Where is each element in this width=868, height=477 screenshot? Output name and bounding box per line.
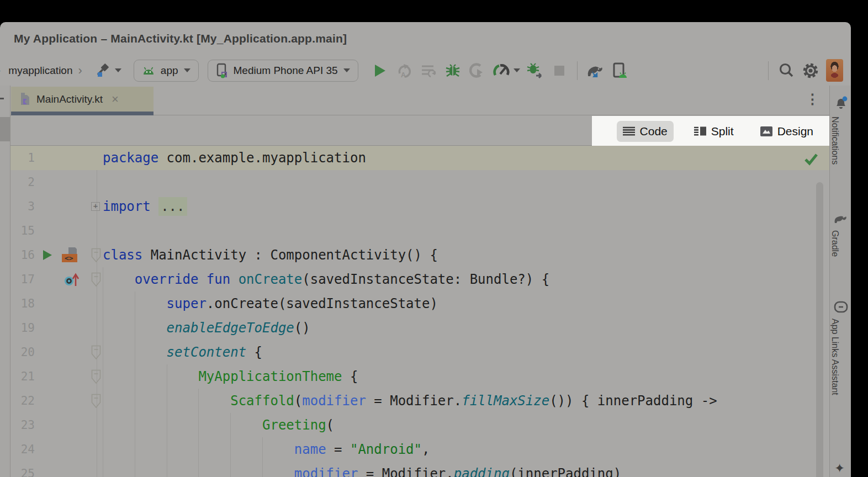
split-view-icon	[694, 126, 706, 136]
tab-active-underline	[11, 112, 154, 115]
mode-button-design[interactable]: Design	[754, 121, 819, 142]
svg-text:<>: <>	[65, 254, 73, 262]
build-hammer-icon[interactable]	[93, 61, 112, 80]
compose-preview-gutter-icon[interactable]: <>	[59, 243, 79, 267]
code-line[interactable]: 15	[10, 219, 829, 243]
fold-collapse-icon[interactable]	[91, 340, 101, 364]
editor-scrollbar[interactable]	[816, 182, 823, 477]
tab-close-icon[interactable]: ×	[112, 93, 119, 105]
code-line[interactable]: 22 Scaffold(modifier = Modifier.fillMaxS…	[10, 389, 829, 413]
code-line[interactable]: 25 modifier = Modifier.padding(innerPadd…	[10, 462, 829, 477]
line-number: 1	[10, 146, 35, 170]
module-selector[interactable]: app	[134, 60, 199, 82]
line-number: 3	[10, 194, 35, 219]
code-text: enableEdgeToEdge()	[103, 316, 310, 340]
stop-button[interactable]	[550, 61, 569, 80]
mode-button-code[interactable]: Code	[617, 121, 674, 142]
device-selector-label: Medium Phone API 35	[234, 65, 338, 77]
code-line[interactable]: 17 override fun onCreate(savedInstanceSt…	[10, 267, 829, 292]
code-view-icon	[623, 126, 635, 136]
left-tool-window-stripe[interactable]	[0, 86, 10, 477]
line-number: 22	[10, 389, 35, 413]
editor-mode-switcher: Code Split	[592, 116, 829, 146]
code-text: modifier = Modifier.padding(innerPadding…	[103, 462, 621, 477]
code-text: override fun onCreate(savedInstanceState…	[103, 267, 549, 292]
fold-collapse-icon[interactable]	[91, 267, 101, 292]
gradle-elephant-icon[interactable]	[834, 213, 848, 227]
line-number: 19	[10, 316, 35, 340]
code-line[interactable]: 1package com.example.myapplication	[10, 146, 829, 170]
toolbar-separator	[768, 61, 769, 80]
line-number: 24	[10, 437, 35, 462]
breadcrumb[interactable]: myapplication	[8, 65, 72, 77]
virtual-device-icon	[216, 63, 228, 78]
breadcrumb-chevron-icon: ›	[0, 63, 1, 78]
user-avatar[interactable]	[826, 59, 843, 82]
module-selector-label: app	[161, 65, 178, 77]
design-view-icon	[760, 126, 772, 136]
line-number: 15	[10, 219, 35, 243]
title-bar: My Application – MainActivity.kt [My_App…	[0, 22, 851, 55]
fold-collapse-icon[interactable]	[91, 364, 101, 389]
code-text: Scaffold(modifier = Modifier.fillMaxSize…	[103, 389, 717, 413]
code-line[interactable]: 18 super.onCreate(savedInstanceState)	[10, 292, 829, 316]
code-text: Greeting(	[103, 413, 334, 437]
breadcrumb-chevron-icon: ›	[78, 63, 82, 78]
mode-label: Split	[711, 125, 734, 138]
code-line[interactable]: 21 MyApplicationTheme {	[10, 364, 829, 389]
stripe-item-icon	[0, 98, 4, 99]
overriding-method-gutter-icon[interactable]	[63, 267, 80, 292]
run-button[interactable]	[371, 61, 389, 80]
screen: My Application – MainActivity.kt [My_App…	[0, 0, 868, 477]
app-links-icon[interactable]	[834, 300, 848, 316]
line-number: 18	[10, 292, 35, 316]
apply-changes-restart-icon[interactable]: A	[395, 61, 414, 80]
stripe-item-app-links-assistant[interactable]: App Links Assistant	[830, 319, 851, 395]
android-robot-icon	[142, 66, 155, 75]
fold-collapse-icon[interactable]	[91, 389, 101, 413]
code-text: name = "Android",	[103, 437, 430, 462]
line-number: 25	[10, 462, 35, 477]
code-line[interactable]: 20 setContent {	[10, 340, 829, 364]
profiler-dropdown-caret[interactable]	[514, 68, 520, 72]
code-line[interactable]: 19 enableEdgeToEdge()	[10, 316, 829, 340]
debug-button[interactable]	[443, 61, 462, 80]
code-line[interactable]: 24 name = "Android",	[10, 437, 829, 462]
line-number: 16	[10, 243, 35, 267]
profiler-gauge-icon[interactable]	[492, 61, 511, 80]
android-studio-window: My Application – MainActivity.kt [My_App…	[0, 22, 851, 477]
code-text: setContent {	[103, 340, 262, 364]
mode-button-split[interactable]: Split	[688, 121, 740, 142]
stripe-item-gradle[interactable]: Gradle	[830, 230, 851, 257]
fold-collapse-icon[interactable]	[91, 243, 101, 267]
apply-code-changes-icon[interactable]	[419, 61, 438, 80]
fold-expand-icon[interactable]: +	[91, 194, 100, 219]
code-line[interactable]: +3import ...	[10, 194, 829, 219]
right-tool-window-stripe: Notifications Gradle App Links Assistant	[829, 86, 851, 477]
profile-button[interactable]	[468, 61, 486, 80]
attach-debugger-icon[interactable]	[526, 61, 544, 80]
tab-mainactivity[interactable]: MainActivity.kt ×	[11, 87, 154, 112]
code-line[interactable]: 2	[10, 170, 829, 194]
device-selector[interactable]: Medium Phone API 35	[208, 60, 358, 82]
code-line[interactable]: 23 Greeting(	[10, 413, 829, 437]
bell-icon[interactable]	[834, 96, 848, 112]
inspection-ok-check-icon[interactable]	[804, 152, 818, 168]
line-number: 2	[10, 170, 35, 194]
settings-gear-icon[interactable]	[801, 61, 820, 80]
tab-options-kebab-icon[interactable]: ⋮	[806, 91, 819, 107]
stripe-item-notifications[interactable]: Notifications	[830, 116, 851, 165]
sync-gradle-icon[interactable]	[586, 61, 605, 80]
build-dropdown-caret[interactable]	[115, 68, 121, 72]
svg-text:A: A	[401, 71, 406, 79]
line-number: 17	[10, 267, 35, 292]
code-line[interactable]: <> 16class MainActivity : ComponentActiv…	[10, 243, 829, 267]
kotlin-file-icon	[19, 92, 31, 107]
search-icon[interactable]	[777, 61, 796, 80]
editor-header: Code Split	[10, 115, 829, 146]
code-editor[interactable]: 1package com.example.myapplication2 +3im…	[10, 146, 829, 477]
run-gutter-icon[interactable]	[42, 243, 53, 267]
gemini-sparkle-icon[interactable]: ✦	[834, 461, 845, 476]
device-manager-icon[interactable]	[610, 61, 629, 80]
window-title: My Application – MainActivity.kt [My_App…	[14, 32, 347, 45]
